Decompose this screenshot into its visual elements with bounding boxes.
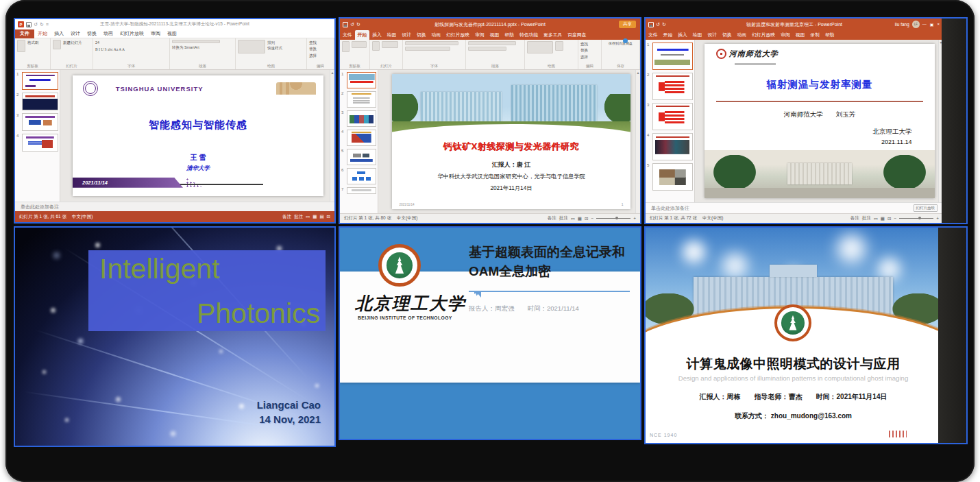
paste-icon[interactable] [342,41,350,52]
slide-thumbnail[interactable] [652,133,693,160]
comments-toggle[interactable]: 批注 [862,215,871,221]
tab-3[interactable]: 绘图 [690,30,705,40]
text-direction-buttons[interactable] [468,47,506,51]
slide-sorter-icon[interactable]: ▦ [881,216,885,221]
select-button[interactable]: 选择 [580,54,588,60]
tab-1[interactable]: 开始 [661,30,676,40]
tab-4[interactable]: 设计 [399,30,414,40]
select-button[interactable]: 选择 [309,53,317,58]
signed-in-user[interactable]: liu fang [895,22,909,27]
font-format-buttons[interactable]: B I U S abc Aa A A [95,47,125,52]
slide-thumbnail[interactable] [347,149,376,165]
slide-thumbnail[interactable] [22,134,58,152]
slideshow-view-icon[interactable]: ⊡ [585,216,588,221]
touch-mode-icon[interactable]: ≡ [46,22,49,27]
replace-button[interactable]: 替换 [309,46,317,51]
slide-thumbnail[interactable] [347,168,376,184]
language-indicator[interactable]: 中文(中国) [702,215,723,221]
tab-5[interactable]: 动画 [100,29,117,38]
minimize-button[interactable]: — [922,22,927,27]
language-indicator[interactable]: 中文(中国) [72,214,93,220]
slideshow-view-icon[interactable]: ⊡ [887,216,891,221]
comments-toggle[interactable]: 批注 [559,215,568,221]
tab-6[interactable]: 幻灯片放映 [117,29,147,38]
notes-toggle[interactable]: 备注 [282,214,291,220]
tab-7[interactable]: 幻灯片放映 [749,30,778,40]
tab-2[interactable]: 插入 [675,30,690,40]
tab-8[interactable]: 审阅 [472,30,487,40]
notes-toggle[interactable]: 备注 [850,215,859,221]
tab-4[interactable]: 切换 [84,29,100,38]
share-button[interactable]: 共享 [619,21,636,28]
tab-1[interactable]: 开始 [34,29,51,38]
slideshow-view-icon[interactable]: ⊡ [327,214,330,219]
tab-3[interactable]: 设计 [67,29,84,38]
tab-7[interactable]: 审阅 [147,29,164,38]
tab-13[interactable]: 百度网盘 [565,30,589,40]
language-indicator[interactable]: 中文(中国) [397,215,417,221]
close-button[interactable]: × [937,22,940,27]
paste-icon[interactable] [17,40,25,52]
notes-bar[interactable]: 单击此处添加备注 [15,202,334,211]
tab-6[interactable]: 动画 [735,30,750,40]
slide-thumbnail[interactable] [22,93,58,110]
slide-thumbnail[interactable] [347,110,376,127]
reading-view-icon[interactable]: ▤ [319,214,323,219]
save-icon[interactable] [343,22,348,27]
slide-thumbnail[interactable] [652,103,693,130]
slide-thumbnail[interactable] [347,187,376,194]
zoom-in-button[interactable]: + [936,216,939,221]
slide-thumbnail[interactable] [652,73,693,100]
slide-thumbnail[interactable] [652,163,693,191]
font-format-buttons[interactable] [405,47,450,51]
new-slide-icon[interactable] [372,41,380,51]
tab-0[interactable]: 文件 [340,30,355,40]
tab-11[interactable]: 帮助 [822,30,837,40]
slide-thumbnail[interactable] [347,130,376,146]
replace-button[interactable]: 替换 [580,47,588,53]
tab-5[interactable]: 切换 [720,30,735,40]
normal-view-icon[interactable]: ▭ [306,214,310,219]
zoom-out-button[interactable]: − [894,216,896,221]
powerpoint-app-icon[interactable]: P [18,21,24,27]
quick-styles-button[interactable]: 快速样式 [267,45,282,51]
tab-7[interactable]: 幻灯片放映 [443,30,472,40]
slide-canvas-radiation[interactable]: 河南师范大学 辐射测温与发射率测量 河南师范大学 刘玉芳 北京理工大学 2021… [705,44,935,198]
tab-5[interactable]: 切换 [414,30,429,40]
slide-thumbnail[interactable] [22,72,58,90]
slide-canvas-tsinghua[interactable]: TSINGHUA UNIVERSITY 智能感知与智能传感 王 雪 清华大学 2… [73,75,323,196]
tab-3[interactable]: 绘图 [384,30,400,40]
vertical-scrollbar[interactable]: ▲ [635,70,640,213]
save-icon[interactable] [648,22,654,27]
tab-12[interactable]: 更多工具 [541,30,565,40]
slide-sorter-icon[interactable]: ▦ [313,214,317,219]
zoom-out-button[interactable]: − [591,216,593,221]
format-painter-button[interactable]: 格式刷 [27,40,39,45]
slide-thumbnail[interactable] [347,72,376,88]
slide-canvas-perovskite[interactable]: 钙钛矿X射线探测与发光器件研究 汇报人：唐 江 华中科技大学武汉光电国家研究中心… [392,74,630,209]
redo-icon[interactable]: ↻ [356,22,360,27]
redo-icon[interactable]: ↻ [662,22,666,27]
cloud-save-button[interactable]: 保存到百度网盘 [604,41,637,47]
comments-toggle[interactable]: 批注 [294,214,303,220]
normal-view-icon[interactable]: ▭ [571,216,575,221]
arrange-button[interactable]: 排列 [267,40,282,45]
restore-button[interactable]: ▣ [930,22,934,27]
undo-icon[interactable]: ↺ [34,22,38,27]
tab-9[interactable]: 视图 [487,30,502,40]
zoom-in-button[interactable]: + [633,216,636,221]
slideshow-hint-button[interactable]: 幻灯片放映 [914,204,938,212]
vertical-scrollbar[interactable]: ▲ [330,70,334,202]
redo-icon[interactable]: ↻ [40,22,44,27]
tab-9[interactable]: 视图 [793,30,808,40]
find-button[interactable]: 查找 [580,41,588,47]
zoom-slider[interactable] [899,218,933,219]
slide-thumbnail[interactable] [652,43,693,70]
shapes-gallery[interactable] [527,41,553,53]
tab-2[interactable]: 插入 [369,30,384,40]
zoom-slider[interactable] [596,218,630,219]
arrange-icon[interactable] [555,41,563,51]
tab-10[interactable]: 录制 [807,30,822,40]
tab-0[interactable]: 文件 [15,29,34,38]
new-slide-button[interactable]: 新建幻灯片 [63,40,82,45]
